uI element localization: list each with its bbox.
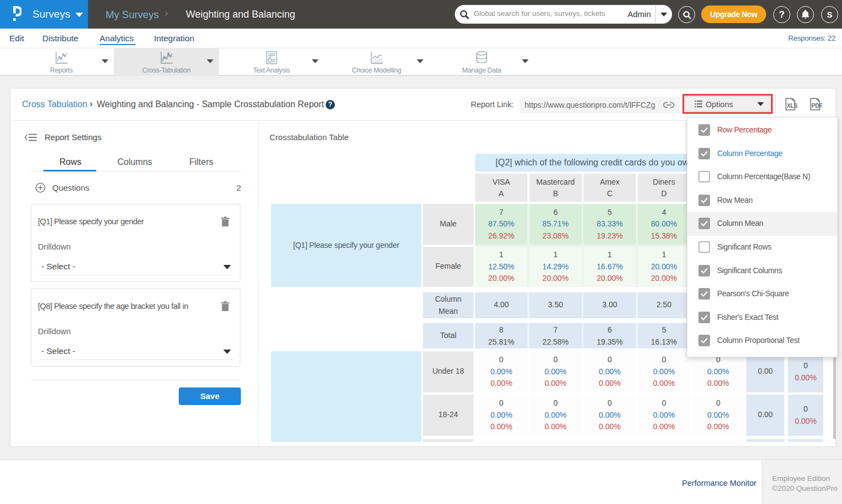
svg-text:PDF: PDF bbox=[812, 102, 823, 109]
svg-text:XLS: XLS bbox=[787, 102, 798, 109]
